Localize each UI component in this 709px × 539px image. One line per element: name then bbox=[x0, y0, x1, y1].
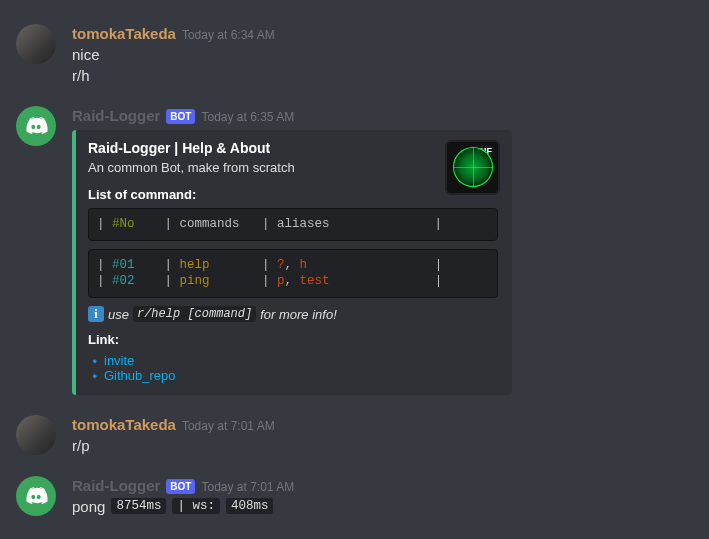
embed-link: 🔹invite bbox=[88, 353, 498, 368]
message: tomokaTakeda Today at 6:34 AM nice r/h bbox=[0, 20, 709, 90]
diamond-icon: 🔹 bbox=[88, 370, 102, 382]
bot-tag: BOT bbox=[166, 109, 195, 124]
avatar[interactable] bbox=[16, 24, 56, 64]
row-cmd: help bbox=[180, 258, 210, 272]
inline-code: r/help [command] bbox=[133, 306, 256, 322]
embed-description: An common Bot, make from scratch bbox=[88, 160, 498, 175]
col-no: #No bbox=[112, 217, 135, 231]
info-icon: i bbox=[88, 306, 104, 322]
timestamp: Today at 6:34 AM bbox=[182, 28, 275, 44]
username[interactable]: Raid-Logger bbox=[72, 106, 160, 126]
timestamp: Today at 7:01 AM bbox=[182, 419, 275, 435]
timestamp: Today at 7:01 AM bbox=[201, 480, 294, 496]
message-header: tomokaTakeda Today at 7:01 AM bbox=[72, 415, 693, 435]
message: tomokaTakeda Today at 7:01 AM r/p bbox=[0, 411, 709, 460]
discord-logo-icon bbox=[24, 114, 48, 138]
row-no: #02 bbox=[112, 274, 135, 288]
username[interactable]: Raid-Logger bbox=[72, 476, 160, 496]
pong-label: pong bbox=[72, 498, 105, 515]
row-alias: h bbox=[300, 258, 308, 272]
invite-link[interactable]: invite bbox=[104, 353, 134, 368]
col-alias: aliases bbox=[277, 217, 330, 231]
message-text: r/p bbox=[72, 436, 693, 456]
diamond-icon: 🔹 bbox=[88, 355, 102, 367]
embed-link: 🔹Github_repo bbox=[88, 368, 498, 383]
username[interactable]: tomokaTakeda bbox=[72, 24, 176, 44]
avatar[interactable] bbox=[16, 415, 56, 455]
timestamp: Today at 6:35 AM bbox=[201, 110, 294, 126]
hint-text: use bbox=[108, 307, 129, 322]
embed-title: Raid-Logger | Help & About bbox=[88, 140, 498, 156]
row-no: #01 bbox=[112, 258, 135, 272]
username[interactable]: tomokaTakeda bbox=[72, 415, 176, 435]
code-block-header: | #No | commands | aliases | bbox=[88, 208, 498, 241]
avatar[interactable] bbox=[16, 106, 56, 146]
row-alias: p bbox=[277, 274, 285, 288]
embed: GIF Raid-Logger | Help & About An common… bbox=[72, 130, 512, 396]
embed-thumbnail[interactable]: GIF bbox=[445, 140, 500, 195]
row-alias: test bbox=[300, 274, 330, 288]
hint-text: for more info! bbox=[260, 307, 337, 322]
row-cmd: ping bbox=[180, 274, 210, 288]
pong-latency: 8754ms bbox=[111, 498, 166, 514]
message-text: pong 8754ms | ws: 408ms bbox=[72, 498, 693, 515]
embed-field-title: List of command: bbox=[88, 187, 498, 202]
message: Raid-Logger BOT Today at 6:35 AM GIF Rai… bbox=[0, 102, 709, 399]
col-cmd: commands bbox=[180, 217, 240, 231]
bot-tag: BOT bbox=[166, 479, 195, 494]
message-text: nice bbox=[72, 45, 693, 65]
github-repo-link[interactable]: Github_repo bbox=[104, 368, 176, 383]
message-header: tomokaTakeda Today at 6:34 AM bbox=[72, 24, 693, 44]
avatar[interactable] bbox=[16, 476, 56, 516]
message: Raid-Logger BOT Today at 7:01 AM pong 87… bbox=[0, 472, 709, 519]
ws-label: | ws: bbox=[172, 498, 220, 514]
message-text: r/h bbox=[72, 66, 693, 86]
discord-logo-icon bbox=[24, 484, 48, 508]
message-header: Raid-Logger BOT Today at 6:35 AM bbox=[72, 106, 693, 126]
row-alias: ? bbox=[277, 258, 285, 272]
embed-field-title: Link: bbox=[88, 332, 498, 347]
message-header: Raid-Logger BOT Today at 7:01 AM bbox=[72, 476, 693, 496]
embed-hint: i use r/help [command] for more info! bbox=[88, 306, 498, 322]
ws-latency: 408ms bbox=[226, 498, 274, 514]
radar-icon bbox=[453, 147, 493, 187]
code-block-rows: | #01 | help | ?, h | | #02 | ping | p, … bbox=[88, 249, 498, 299]
